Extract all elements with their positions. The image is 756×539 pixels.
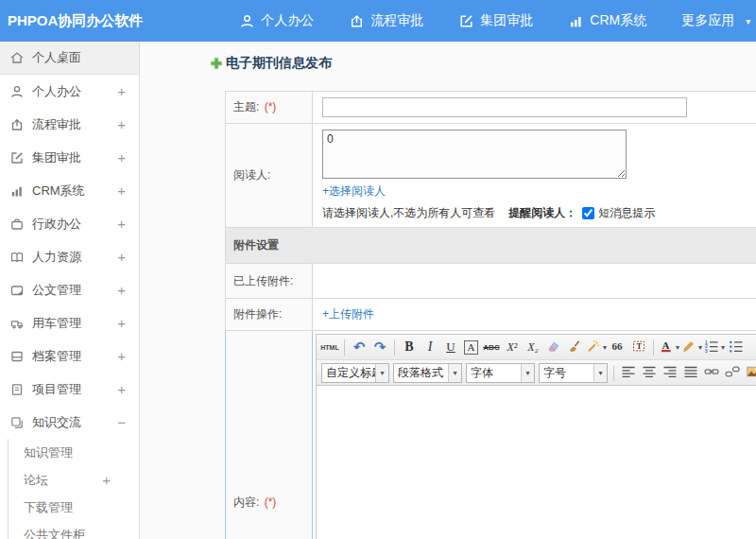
sidebar-item-1[interactable]: 个人办公+ xyxy=(0,75,139,108)
nav-item-2[interactable]: 集团审批 xyxy=(458,12,533,29)
expand-icon[interactable]: + xyxy=(117,83,126,99)
sidebar-subitem-0[interactable]: 知识管理 xyxy=(9,439,139,466)
unordered-list-button[interactable] xyxy=(727,338,746,357)
bold-button[interactable]: B xyxy=(400,338,419,357)
sidebar-item-label: 公文管理 xyxy=(32,282,117,299)
attachment-ops-row: 附件操作: +上传附件 xyxy=(226,299,756,331)
html-source-button[interactable]: HTML xyxy=(320,338,339,357)
sidebar-item-label: 用车管理 xyxy=(32,315,117,332)
expand-icon[interactable]: + xyxy=(117,149,126,165)
highlight-color-button[interactable]: ▾ xyxy=(681,338,702,357)
subscript-button[interactable]: X₂ xyxy=(524,338,542,357)
undo-button[interactable]: ↶ xyxy=(350,338,369,357)
select-readers-link[interactable]: +选择阅读人 xyxy=(322,183,386,200)
content-row: 内容: (*) HTML↶↷BIUAABCX²X₂▾66TA▾▾123▾ 自定义… xyxy=(226,331,756,539)
sidebar-item-5[interactable]: 行政办公+ xyxy=(0,207,139,240)
align-left-button[interactable] xyxy=(619,363,638,383)
expand-icon[interactable]: + xyxy=(117,381,126,397)
nav-item-4[interactable]: 更多应用▾ xyxy=(681,12,750,29)
align-left-icon xyxy=(621,364,636,382)
format-brush-button[interactable] xyxy=(565,338,584,357)
sidebar-subitem-1[interactable]: 论坛+ xyxy=(9,466,139,494)
align-justify-icon xyxy=(683,364,698,382)
svg-text:66: 66 xyxy=(612,339,624,351)
sidebar-item-2[interactable]: 流程审批+ xyxy=(0,108,139,141)
superscript-button[interactable]: X² xyxy=(503,338,522,357)
sidebar-item-label: 个人桌面 xyxy=(32,49,126,66)
sidebar-item-6[interactable]: 人力资源+ xyxy=(0,240,139,273)
strikethrough-button[interactable]: ABC xyxy=(482,338,501,357)
ordered-list-icon: 123 xyxy=(704,339,719,356)
expand-icon[interactable]: + xyxy=(117,216,126,232)
sidebar-subitem-3[interactable]: 公共文件柜 xyxy=(9,521,139,539)
nav-item-label: 个人办公 xyxy=(261,12,314,29)
attachment-section-row: 附件设置 xyxy=(226,228,756,264)
nav-item-3[interactable]: CRM系统 xyxy=(568,12,646,29)
unordered-list-icon xyxy=(729,339,744,356)
expand-icon[interactable]: + xyxy=(117,348,126,364)
link-icon xyxy=(704,364,719,382)
expand-icon[interactable]: + xyxy=(117,183,126,199)
insert-link-button[interactable] xyxy=(702,363,721,383)
subject-input[interactable] xyxy=(322,97,687,117)
sidebar-item-4[interactable]: CRM系统+ xyxy=(0,174,139,207)
remove-link-button[interactable] xyxy=(723,363,742,383)
expand-icon[interactable]: + xyxy=(117,282,126,298)
ordered-list-button[interactable]: 123▾ xyxy=(704,338,725,357)
nav-item-0[interactable]: 个人办公 xyxy=(239,12,314,29)
sidebar-item-label: 项目管理 xyxy=(32,381,117,398)
sidebar-item-0[interactable]: 个人桌面 xyxy=(0,42,139,75)
font-color-button[interactable]: A▾ xyxy=(659,338,679,357)
insert-title-button[interactable]: T xyxy=(629,338,648,357)
sidebar-subitem-2[interactable]: 下载管理 xyxy=(9,494,139,521)
sidebar-subitem-label: 知识管理 xyxy=(24,444,111,461)
blockquote-button[interactable]: 66 xyxy=(609,338,627,357)
dropdown-arrow-icon: ▾ xyxy=(676,343,679,352)
header-nav: 个人办公流程审批集团审批CRM系统更多应用▾ xyxy=(239,12,756,29)
paragraph-format-select[interactable]: 段落格式▾ xyxy=(393,363,462,383)
sidebar-item-7[interactable]: 公文管理+ xyxy=(0,273,139,306)
readers-note-text: 请选择阅读人,不选为所有人可查看 xyxy=(322,205,495,221)
chart-icon xyxy=(568,13,584,29)
readers-textarea[interactable]: 0 xyxy=(322,130,627,179)
rich-text-editor: HTML↶↷BIUAABCX²X₂▾66TA▾▾123▾ 自定义标题▾段落格式▾… xyxy=(316,334,756,539)
sidebar-item-11[interactable]: 知识交流− xyxy=(0,406,139,439)
readers-label: 阅读人: xyxy=(233,168,270,182)
sidebar-subitem-label: 下载管理 xyxy=(24,499,111,516)
underline-button[interactable]: U xyxy=(441,338,460,357)
sidebar-subitem-label: 论坛 xyxy=(24,472,102,489)
sidebar-item-3[interactable]: 集团审批+ xyxy=(0,141,139,174)
custom-title-select[interactable]: 自定义标题▾ xyxy=(321,363,389,383)
toolbar-separator xyxy=(653,339,654,356)
sms-remind-checkbox[interactable] xyxy=(582,207,594,219)
nav-item-1[interactable]: 流程审批 xyxy=(349,12,423,29)
page-title-text: 电子期刊信息发布 xyxy=(226,55,332,72)
autotypeset-button[interactable]: ▾ xyxy=(586,338,607,357)
font-size-select[interactable]: 字号▾ xyxy=(539,363,608,383)
align-right-button[interactable] xyxy=(661,363,679,383)
sidebar-item-label: 个人办公 xyxy=(32,83,117,100)
insert-image-button[interactable] xyxy=(744,363,756,383)
expand-icon[interactable]: + xyxy=(117,116,126,132)
sidebar-item-8[interactable]: 用车管理+ xyxy=(0,306,139,339)
italic-button[interactable]: I xyxy=(421,338,439,357)
editor-content-area[interactable] xyxy=(317,386,756,539)
expand-icon[interactable]: + xyxy=(102,472,111,488)
redo-button[interactable]: ↷ xyxy=(370,338,389,357)
main-content: 电子期刊信息发布 主题: (*) 阅读人: 0 +选择阅读人 请选择阅读人,不选… xyxy=(141,42,756,539)
uploaded-row: 已上传附件: xyxy=(226,264,756,299)
sidebar-item-9[interactable]: 档案管理+ xyxy=(0,339,139,373)
svg-text:T: T xyxy=(637,340,643,350)
border-text-button[interactable]: A xyxy=(464,340,478,355)
knowledge-icon xyxy=(9,415,25,430)
expand-icon[interactable]: + xyxy=(117,315,126,331)
remove-format-button[interactable] xyxy=(544,338,563,357)
collapse-icon[interactable]: − xyxy=(117,414,126,430)
sidebar-item-10[interactable]: 项目管理+ xyxy=(0,373,139,406)
align-center-button[interactable] xyxy=(640,363,659,383)
align-justify-button[interactable] xyxy=(681,363,700,383)
expand-icon[interactable]: + xyxy=(117,249,126,265)
font-family-select[interactable]: 字体▾ xyxy=(466,363,535,383)
upload-attachment-link[interactable]: +上传附件 xyxy=(322,307,374,321)
app-title: PHPOA协同办公软件 xyxy=(8,12,143,30)
